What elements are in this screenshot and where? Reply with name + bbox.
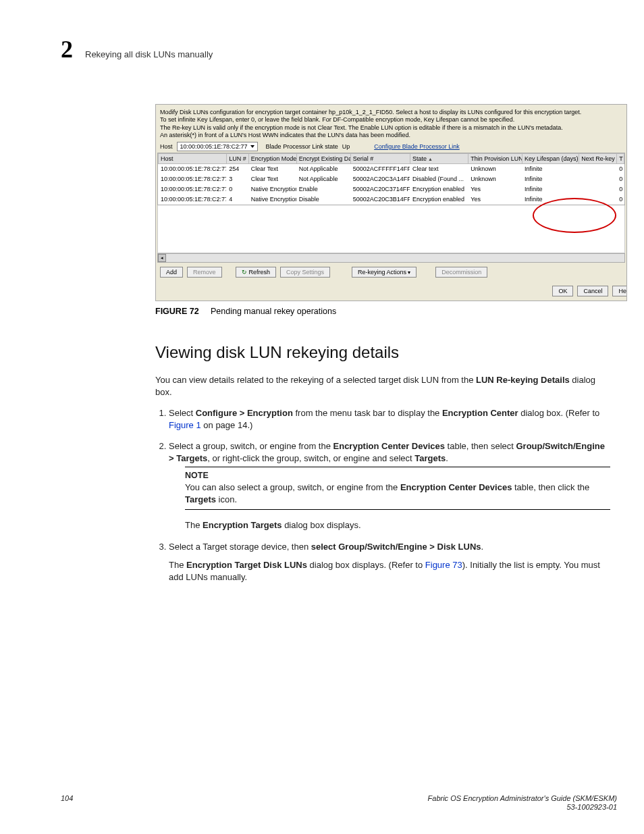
text: You can view details related to the reke…: [155, 375, 476, 385]
add-button[interactable]: Add: [160, 267, 183, 278]
cell-kl: Infinite: [522, 174, 579, 184]
table-row[interactable]: 10:00:00:05:1E:78:C2:77 0 Native Encrypt…: [159, 184, 624, 194]
text-bold: Encryption Center Devices: [400, 482, 512, 492]
cell-serial: 50002AC20C3B14FF: [350, 194, 410, 205]
help-button[interactable]: He: [612, 286, 626, 296]
step-3: Select a Target storage device, then sel…: [169, 541, 610, 583]
cell-t: 0: [617, 164, 624, 174]
col-mode[interactable]: Encryption Mode: [248, 154, 296, 164]
figure-label: FIGURE 72: [155, 307, 199, 316]
figure-73-link[interactable]: Figure 73: [425, 560, 462, 570]
step-1: Select Configure > Encryption from the m…: [169, 407, 610, 431]
cell-mode: Clear Text: [248, 174, 296, 184]
intro-paragraph: You can view details related to the reke…: [155, 374, 610, 398]
refresh-icon: [242, 269, 249, 276]
col-host[interactable]: Host: [159, 154, 227, 164]
cell-tpl: Yes: [468, 194, 522, 205]
text-bold: Encryption Target Disk LUNs: [186, 560, 307, 570]
text: Select a group, switch, or engine from t…: [169, 441, 333, 451]
chevron-down-icon: [250, 145, 254, 148]
col-nextrekey[interactable]: Next Re-key: [579, 154, 617, 164]
host-dropdown-value: 10:00:00:05:1E:78:C2:77: [180, 143, 248, 150]
blade-state-value: Up: [342, 143, 350, 150]
text: Select: [169, 408, 196, 418]
cell-eed: Not Applicable: [296, 164, 350, 174]
cell-t: 0: [617, 194, 624, 205]
configure-blade-link[interactable]: Configure Blade Processor Link: [374, 143, 460, 150]
text: Select a Target storage device, then: [169, 542, 311, 552]
cell-host: 10:00:00:05:1E:78:C2:77: [159, 164, 227, 174]
horizontal-scrollbar[interactable]: ◂: [157, 253, 625, 263]
cell-eed: Not Applicable: [296, 174, 350, 184]
dialog-instructions: Modify Disk LUNs configuration for encry…: [156, 105, 626, 139]
remove-button[interactable]: Remove: [187, 267, 222, 278]
text: dialog box displays. (Refer to: [307, 560, 425, 570]
screenshot-dialog: Modify Disk LUNs configuration for encry…: [155, 104, 627, 301]
col-t[interactable]: T: [617, 154, 624, 164]
chapter-title: Rekeying all disk LUNs manually: [85, 49, 213, 59]
text: , or right-click the group, switch, or e…: [207, 453, 414, 463]
cell-tpl: Unknown: [468, 164, 522, 174]
text-bold: select Group/Switch/Engine > Disk LUNs: [311, 542, 481, 552]
figure-caption: FIGURE 72 Pending manual rekey operation…: [155, 307, 617, 316]
col-state[interactable]: State: [410, 154, 468, 164]
cell-serial: 50002ACFFFFF14FF: [350, 164, 410, 174]
text-bold: Targets: [185, 494, 216, 504]
col-eed[interactable]: Encrypt Existing Data: [296, 154, 350, 164]
text: table, then select: [445, 441, 516, 451]
table-row[interactable]: 10:00:00:05:1E:78:C2:77 4 Native Encrypt…: [159, 194, 624, 205]
text: icon.: [216, 494, 237, 504]
copy-settings-button[interactable]: Copy Settings: [280, 267, 330, 278]
cell-kl: Infinite: [522, 164, 579, 174]
page-number: 104: [61, 794, 73, 813]
cell-serial: 50002AC20C3A14FF: [350, 174, 410, 184]
text-bold: Encryption Center: [442, 408, 518, 418]
running-header: 2 Rekeying all disk LUNs manually: [61, 35, 617, 63]
table-row[interactable]: 10:00:00:05:1E:78:C2:77 3 Clear Text Not…: [159, 174, 624, 184]
text-bold: Encryption Targets: [203, 520, 282, 530]
page-footer: 104 Fabric OS Encryption Administrator's…: [61, 794, 617, 813]
figure-1-link[interactable]: Figure 1: [169, 420, 201, 430]
cell-host: 10:00:00:05:1E:78:C2:77: [159, 194, 227, 205]
cell-host: 10:00:00:05:1E:78:C2:77: [159, 174, 227, 184]
text-bold: LUN Re-keying Details: [476, 375, 570, 385]
col-lun[interactable]: LUN #: [227, 154, 248, 164]
cell-tpl: Yes: [468, 184, 522, 194]
text: from the menu task bar to display the: [293, 408, 442, 418]
cell-nrk: [579, 174, 617, 184]
ok-button[interactable]: OK: [552, 286, 573, 296]
text: table, then click the: [512, 482, 589, 492]
text: The: [185, 520, 203, 530]
cell-mode: Native Encryption: [248, 194, 296, 205]
cell-kl: Infinite: [522, 194, 579, 205]
rekeying-actions-menu[interactable]: Re-keying Actions: [352, 267, 417, 278]
refresh-label: Refresh: [249, 269, 271, 276]
scroll-left-icon[interactable]: ◂: [158, 254, 166, 262]
cell-t: 0: [617, 184, 624, 194]
col-keylife[interactable]: Key Lifespan (days): [522, 154, 579, 164]
cell-nrk: [579, 164, 617, 174]
cancel-button[interactable]: Cancel: [577, 286, 608, 296]
text: The: [169, 560, 186, 570]
cell-lun: 254: [227, 164, 248, 174]
text: .: [446, 453, 448, 463]
host-dropdown[interactable]: 10:00:00:05:1E:78:C2:77: [177, 142, 258, 151]
host-label: Host: [160, 143, 173, 150]
refresh-button[interactable]: Refresh: [236, 267, 277, 278]
cell-eed: Disable: [296, 194, 350, 205]
instruction-line: The Re-key LUN is valid only if the encr…: [160, 124, 622, 132]
lun-table: Host LUN # Encryption Mode Encrypt Exist…: [158, 153, 624, 205]
instruction-line: To set infinite Key Lifespan, enter 0, o…: [160, 116, 622, 124]
col-serial[interactable]: Serial #: [350, 154, 410, 164]
section-heading: Viewing disk LUN rekeying details: [155, 343, 617, 362]
cell-tpl: Unknown: [468, 174, 522, 184]
table-row[interactable]: 10:00:00:05:1E:78:C2:77 254 Clear Text N…: [159, 164, 624, 174]
cell-host: 10:00:00:05:1E:78:C2:77: [159, 184, 227, 194]
cell-lun: 3: [227, 174, 248, 184]
cell-t: 0: [617, 174, 624, 184]
steps-list: Select Configure > Encryption from the m…: [155, 407, 610, 583]
col-tpl[interactable]: Thin Provision LUN: [468, 154, 522, 164]
decommission-button[interactable]: Decommission: [435, 267, 487, 278]
text: on page 14.): [201, 420, 253, 430]
text-bold: Targets: [414, 453, 446, 463]
